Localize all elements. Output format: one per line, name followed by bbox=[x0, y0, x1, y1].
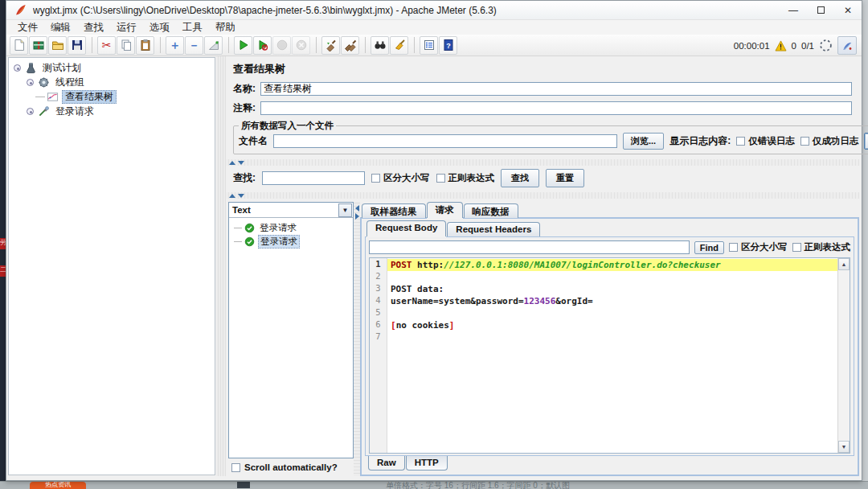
clear-button[interactable] bbox=[321, 36, 340, 55]
tree-expand-handle[interactable] bbox=[27, 108, 34, 115]
menu-tools[interactable]: 工具 bbox=[176, 20, 209, 35]
jmeter-logo-button[interactable] bbox=[837, 36, 857, 55]
tab-request-headers[interactable]: Request Headers bbox=[447, 222, 540, 236]
new-button[interactable] bbox=[10, 36, 28, 55]
collapse-down-icon[interactable] bbox=[238, 194, 244, 198]
editor-regex-label: 正则表达式 bbox=[805, 241, 851, 253]
request-body-panel: Find 区分大小写 正则表达式 bbox=[365, 236, 854, 456]
code-line[interactable]: [no cookies] bbox=[387, 319, 837, 331]
tree-item-test-plan[interactable]: 测试计划 bbox=[9, 60, 215, 75]
tab-sampler-result[interactable]: 取样器结果 bbox=[362, 203, 426, 218]
editor-scrollbar[interactable]: ▲ ▼ bbox=[837, 258, 850, 453]
errors-only-checkbox[interactable] bbox=[736, 137, 745, 146]
hot-news-button[interactable]: 热点资讯 bbox=[30, 482, 86, 489]
copy-button[interactable] bbox=[117, 36, 135, 55]
expand-all-button[interactable]: ＋ bbox=[166, 36, 184, 55]
render-mode-select[interactable]: Text ▼ bbox=[229, 203, 353, 218]
viewer-splitter[interactable] bbox=[354, 202, 360, 476]
start-no-pauses-button[interactable] bbox=[253, 36, 272, 55]
collapse-right-icon[interactable] bbox=[355, 213, 359, 220]
tree-item-thread-group[interactable]: 线程组 bbox=[9, 75, 215, 89]
request-body-editor[interactable]: 1234567 POST http://127.0.0.1:8080/MA100… bbox=[369, 257, 850, 454]
code-line[interactable] bbox=[387, 271, 837, 283]
result-item[interactable]: 登录请求 bbox=[229, 221, 353, 235]
tab-request[interactable]: 请求 bbox=[427, 202, 463, 218]
cut-button[interactable]: ✂ bbox=[97, 36, 116, 55]
result-item-label[interactable]: 登录请求 bbox=[258, 235, 300, 249]
case-sensitive-checkbox[interactable] bbox=[371, 174, 380, 183]
tree-expand-handle[interactable] bbox=[27, 79, 34, 86]
clear-all-button[interactable] bbox=[341, 36, 359, 55]
editor-regex-checkbox[interactable] bbox=[792, 243, 801, 252]
editor-find-button[interactable]: Find bbox=[694, 241, 724, 254]
tab-response-data[interactable]: 响应数据 bbox=[464, 203, 518, 218]
remote-start-icon[interactable] bbox=[819, 39, 833, 52]
scroll-automatically-checkbox[interactable] bbox=[231, 463, 240, 472]
search-reset-button[interactable] bbox=[390, 36, 408, 55]
tab-http[interactable]: HTTP bbox=[406, 456, 448, 471]
code-line[interactable]: POST data: bbox=[387, 283, 837, 295]
editor-code-lines[interactable]: POST http://127.0.0.1:8080/MA1007/loginC… bbox=[387, 258, 837, 453]
filename-input[interactable] bbox=[273, 134, 617, 148]
menu-help[interactable]: 帮助 bbox=[209, 20, 242, 35]
result-item-label[interactable]: 登录请求 bbox=[258, 222, 298, 234]
menu-options[interactable]: 选项 bbox=[143, 20, 176, 35]
reset-button[interactable]: 重置 bbox=[546, 169, 584, 187]
search-button[interactable] bbox=[371, 36, 389, 55]
tree-item-label[interactable]: 线程组 bbox=[53, 76, 87, 88]
scroll-up-icon[interactable]: ▲ bbox=[838, 258, 850, 270]
templates-button[interactable] bbox=[29, 36, 47, 55]
editor-case-checkbox[interactable] bbox=[729, 243, 738, 252]
open-button[interactable] bbox=[48, 36, 67, 55]
scroll-down-icon[interactable]: ▼ bbox=[838, 441, 850, 453]
code-line[interactable]: POST http://127.0.0.1:8080/MA1007/loginC… bbox=[387, 259, 837, 271]
svg-text:?: ? bbox=[446, 42, 451, 50]
pane-divider[interactable] bbox=[226, 159, 859, 166]
results-tree-icon bbox=[47, 91, 59, 103]
code-line[interactable] bbox=[387, 331, 837, 343]
paste-button[interactable] bbox=[136, 36, 154, 55]
browse-button[interactable]: 浏览... bbox=[623, 133, 664, 150]
tree-item-label[interactable]: 查看结果树 bbox=[62, 90, 117, 104]
minimize-button[interactable]: — bbox=[780, 1, 807, 19]
collapse-all-button[interactable]: － bbox=[185, 36, 203, 55]
close-button[interactable]: ✕ bbox=[834, 1, 862, 19]
chevron-down-icon[interactable]: ▼ bbox=[338, 203, 352, 217]
pane-divider[interactable] bbox=[226, 192, 859, 199]
tree-item-login-request[interactable]: 登录请求 bbox=[9, 104, 215, 118]
start-button[interactable] bbox=[234, 36, 252, 55]
help-button[interactable]: ? bbox=[439, 36, 457, 55]
editor-find-input[interactable] bbox=[369, 240, 690, 254]
tree-expand-handle[interactable] bbox=[14, 64, 21, 72]
menu-edit[interactable]: 编辑 bbox=[44, 20, 77, 35]
tab-request-body[interactable]: Request Body bbox=[366, 220, 446, 236]
warning-icon[interactable] bbox=[775, 40, 787, 51]
function-helper-button[interactable] bbox=[420, 36, 438, 55]
tree-item-label[interactable]: 测试计划 bbox=[40, 62, 84, 74]
tab-raw[interactable]: Raw bbox=[368, 456, 405, 471]
search-input[interactable] bbox=[262, 171, 365, 185]
maximize-button[interactable] bbox=[807, 1, 834, 19]
menu-run[interactable]: 运行 bbox=[110, 20, 143, 35]
save-button[interactable] bbox=[68, 36, 86, 55]
find-button[interactable]: 查找 bbox=[501, 169, 539, 187]
main-splitter[interactable] bbox=[216, 56, 226, 476]
collapse-up-icon[interactable] bbox=[229, 161, 235, 165]
collapse-down-icon[interactable] bbox=[238, 161, 244, 165]
tree-item-view-results-tree[interactable]: 查看结果树 bbox=[9, 89, 215, 104]
configure-button[interactable]: 配置 bbox=[864, 133, 868, 150]
function-helper-icon bbox=[423, 39, 436, 51]
tree-item-label[interactable]: 登录请求 bbox=[53, 105, 96, 117]
menu-file[interactable]: 文件 bbox=[11, 20, 44, 35]
regex-checkbox[interactable] bbox=[436, 174, 445, 183]
result-item[interactable]: 登录请求 bbox=[229, 235, 353, 249]
success-only-checkbox[interactable] bbox=[800, 137, 809, 146]
menu-search[interactable]: 查找 bbox=[77, 20, 110, 35]
toggle-button[interactable] bbox=[204, 36, 223, 55]
code-line[interactable] bbox=[387, 307, 837, 319]
code-line[interactable]: userName=system&password=123456&orgId= bbox=[387, 295, 837, 307]
collapse-left-icon[interactable] bbox=[355, 205, 359, 212]
name-input[interactable] bbox=[260, 82, 852, 96]
collapse-up-icon[interactable] bbox=[229, 194, 235, 198]
comment-input[interactable] bbox=[260, 101, 852, 115]
